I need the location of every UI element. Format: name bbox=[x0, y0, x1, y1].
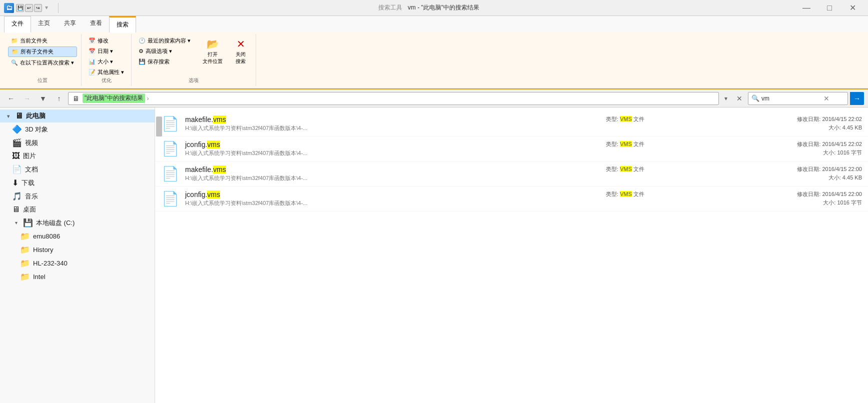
all-subfolders-button[interactable]: 📁 所有子文件夹 bbox=[8, 46, 77, 57]
file-type-2: 类型: VMS 文件 bbox=[606, 140, 706, 148]
sidebar-item-pictures[interactable]: 🖼 图片 bbox=[0, 150, 155, 162]
file-icon-1: 📄 bbox=[161, 116, 179, 132]
file-icon-3: 📄 bbox=[161, 166, 179, 182]
search-icon: 🔍 bbox=[751, 94, 759, 102]
sidebar-label-hl-232-340: HL-232-340 bbox=[33, 260, 68, 267]
subfolder-icon: 📁 bbox=[12, 48, 19, 55]
file-meta-2: 修改日期: 2016/4/15 22:02 大小: 1016 字节 bbox=[712, 140, 862, 156]
redo-btn[interactable]: ↪ bbox=[34, 4, 42, 12]
sidebar-item-local-disk-c[interactable]: ▾ 💾 本地磁盘 (C:) bbox=[0, 216, 155, 230]
title-bar: 🗂 💾 ↩ ↪ ▾ 搜索工具 vm - "此电脑"中的搜索结果 — □ ✕ bbox=[0, 0, 868, 16]
file-type-3: 类型: VMS 文件 bbox=[606, 166, 706, 173]
table-row[interactable]: 📄 makefile.vms H:\嵌入式系统学习资料\stm32f407库函数… bbox=[155, 112, 868, 136]
open-location-button[interactable]: 📂 打开文件位置 bbox=[200, 36, 226, 67]
save-search-button[interactable]: 💾 保存搜索 bbox=[136, 57, 194, 66]
open-location-icon: 📂 bbox=[207, 38, 219, 50]
download-icon: ⬇ bbox=[12, 178, 19, 188]
path-icon: 🖥 bbox=[73, 94, 80, 102]
folder-emu-icon: 📁 bbox=[20, 232, 30, 241]
forward-button[interactable]: → bbox=[20, 92, 34, 105]
tab-share[interactable]: 共享 bbox=[57, 16, 83, 33]
file-info-2: jconfig.vms H:\嵌入式系统学习资料\stm32f407库函数版本\… bbox=[185, 140, 600, 157]
tab-file[interactable]: 文件 bbox=[4, 16, 31, 33]
sidebar-label-documents: 文档 bbox=[25, 165, 38, 174]
table-row[interactable]: 📄 jconfig.vms H:\嵌入式系统学习资料\stm32f407库函数版… bbox=[155, 186, 868, 212]
table-row[interactable]: 📄 jconfig.vms H:\嵌入式系统学习资料\stm32f407库函数版… bbox=[155, 136, 868, 162]
file-size-2: 大小: 1016 字节 bbox=[823, 149, 862, 156]
back-button[interactable]: ← bbox=[4, 92, 18, 105]
sidebar-item-this-pc[interactable]: ▾ 🖥 此电脑 bbox=[0, 110, 155, 122]
ribbon-group-optimize: 📅 修改 📅 日期 ▾ 📊 大小 ▾ 📝 其他属性 ▾ bbox=[82, 34, 132, 86]
table-row[interactable]: 📄 makefile.vms H:\嵌入式系统学习资料\stm32f407库函数… bbox=[155, 162, 868, 186]
ribbon-group-location: 📁 当前文件夹 📁 所有子文件夹 🔍 在以下位置再次搜索 ▾ 位置 bbox=[4, 34, 82, 86]
sidebar-label-desktop: 桌面 bbox=[23, 205, 36, 214]
up-button[interactable]: ↑ bbox=[52, 92, 66, 105]
sidebar-label-music: 音乐 bbox=[25, 192, 38, 201]
address-bar: ← → ▼ ↑ 🖥 "此电脑"中的搜索结果 › ▾ ✕ 🔍 ✕ → bbox=[0, 90, 868, 108]
close-search-button[interactable]: ✕ 关闭搜索 bbox=[230, 36, 252, 67]
sidebar-item-documents[interactable]: 📄 文档 bbox=[0, 162, 155, 176]
size-button[interactable]: 📊 大小 ▾ bbox=[86, 57, 127, 66]
sidebar-item-videos[interactable]: 🎬 视频 bbox=[0, 136, 155, 150]
close-button[interactable]: ✕ bbox=[841, 0, 864, 16]
sidebar-item-hl-232-340[interactable]: 📁 HL-232-340 bbox=[0, 256, 155, 270]
save-btn[interactable]: 💾 bbox=[16, 4, 24, 12]
folder-intel-icon: 📁 bbox=[20, 272, 30, 282]
desktop-icon: 🖥 bbox=[12, 205, 20, 214]
main-layout: ▾ 🖥 此电脑 🔷 3D 对象 🎬 视频 🖼 图片 📄 文档 ⬇ bbox=[0, 108, 868, 403]
sidebar-item-3d-objects[interactable]: 🔷 3D 对象 bbox=[0, 122, 155, 136]
search-again-button[interactable]: 🔍 在以下位置再次搜索 ▾ bbox=[8, 58, 77, 68]
expander-this-pc: ▾ bbox=[4, 114, 12, 119]
sidebar-item-intel[interactable]: 📁 Intel bbox=[0, 270, 155, 284]
tab-view[interactable]: 查看 bbox=[83, 16, 109, 33]
path-text: "此电脑"中的搜索结果 bbox=[83, 94, 145, 103]
optimize-items: 📅 修改 📅 日期 ▾ 📊 大小 ▾ 📝 其他属性 ▾ bbox=[86, 36, 127, 77]
sidebar-item-downloads[interactable]: ⬇ 下载 bbox=[0, 176, 155, 190]
recent-searches-button[interactable]: 🕐 最近的搜索内容 ▾ bbox=[136, 36, 194, 46]
ribbon: 文件 主页 共享 查看 搜索 📁 当前文件夹 📁 所有子文件夹 bbox=[0, 16, 868, 90]
modify-date-button[interactable]: 📅 修改 bbox=[86, 36, 127, 46]
ribbon-tab-list: 文件 主页 共享 查看 搜索 bbox=[0, 16, 868, 32]
quick-access-toolbar: 💾 ↩ ↪ ▾ bbox=[16, 4, 50, 12]
search-input[interactable] bbox=[761, 95, 821, 102]
path-chevron: › bbox=[147, 95, 149, 102]
date-button[interactable]: 📅 日期 ▾ bbox=[86, 46, 127, 56]
address-clear-button[interactable]: ✕ bbox=[733, 92, 746, 105]
sidebar-item-history[interactable]: 📁 History bbox=[0, 243, 155, 256]
options-items: 🕐 最近的搜索内容 ▾ ⚙ 高级选项 ▾ 💾 保存搜索 📂 打开文件位置 bbox=[136, 36, 252, 77]
window-controls: — □ ✕ bbox=[795, 0, 864, 16]
file-info-1: makefile.vms H:\嵌入式系统学习资料\stm32f407库函数版本… bbox=[185, 116, 600, 132]
music-icon: 🎵 bbox=[12, 192, 22, 201]
sidebar-label-emu8086: emu8086 bbox=[33, 232, 60, 240]
search-clear-button[interactable]: ✕ bbox=[823, 94, 829, 102]
file-path-4: H:\嵌入式系统学习资料\stm32f407库函数版本\4-... bbox=[185, 200, 600, 207]
file-meta-4: 修改日期: 2016/4/15 22:00 大小: 1016 字节 bbox=[712, 190, 862, 206]
address-path[interactable]: 🖥 "此电脑"中的搜索结果 › bbox=[68, 92, 719, 105]
ribbon-content: 📁 当前文件夹 📁 所有子文件夹 🔍 在以下位置再次搜索 ▾ 位置 bbox=[0, 32, 868, 88]
sidebar-label-3d-objects: 3D 对象 bbox=[25, 125, 48, 134]
sidebar-scroll-thumb[interactable] bbox=[156, 116, 162, 136]
disk-icon: 💾 bbox=[23, 218, 33, 228]
recent-locations-button[interactable]: ▼ bbox=[36, 92, 50, 105]
current-folder-button[interactable]: 📁 当前文件夹 bbox=[8, 36, 77, 46]
sidebar-item-desktop[interactable]: 🖥 桌面 bbox=[0, 203, 155, 216]
file-date-4: 修改日期: 2016/4/15 22:00 bbox=[797, 190, 862, 198]
address-dropdown-button[interactable]: ▾ bbox=[721, 92, 731, 105]
minimize-button[interactable]: — bbox=[795, 0, 818, 16]
close-search-icon: ✕ bbox=[237, 38, 245, 50]
tab-search[interactable]: 搜索 bbox=[109, 16, 136, 33]
file-icon-2: 📄 bbox=[161, 140, 179, 157]
folder-hl-icon: 📁 bbox=[20, 258, 30, 268]
sidebar-item-music[interactable]: 🎵 音乐 bbox=[0, 190, 155, 203]
options-group-label: 选项 bbox=[136, 77, 252, 84]
sidebar-item-emu8086[interactable]: 📁 emu8086 bbox=[0, 230, 155, 243]
app-icon: 🗂 bbox=[4, 3, 14, 13]
search-go-button[interactable]: → bbox=[850, 92, 864, 105]
undo-btn[interactable]: ↩ bbox=[25, 4, 33, 12]
sidebar-label-history: History bbox=[33, 246, 53, 254]
advanced-options-button[interactable]: ⚙ 高级选项 ▾ bbox=[136, 46, 194, 56]
file-date-1: 修改日期: 2016/4/15 22:02 bbox=[797, 116, 862, 123]
tab-home[interactable]: 主页 bbox=[31, 16, 57, 33]
other-props-button[interactable]: 📝 其他属性 ▾ bbox=[86, 68, 127, 77]
maximize-button[interactable]: □ bbox=[818, 0, 841, 16]
